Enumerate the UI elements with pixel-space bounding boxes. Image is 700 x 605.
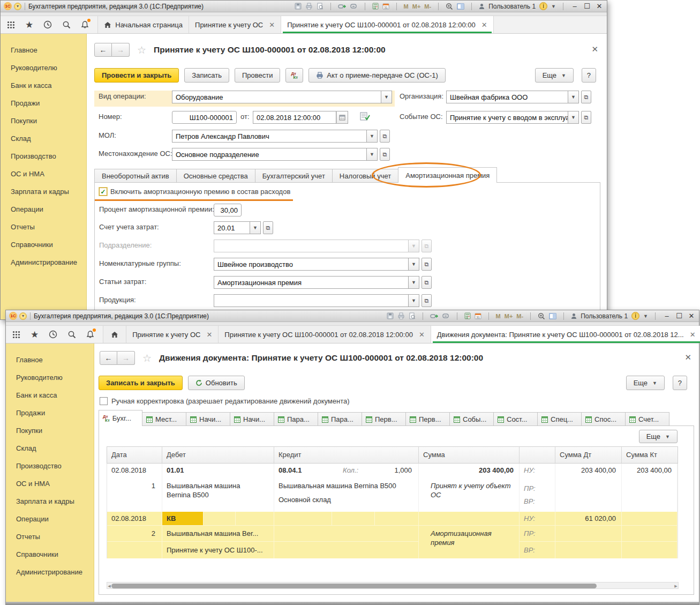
act-os1-button[interactable]: Акт о приеме-передаче ОС (ОС-1) (308, 68, 446, 83)
scroll-left-icon[interactable]: ◀ (107, 582, 111, 589)
split-view-icon[interactable] (457, 2, 464, 11)
number-input[interactable]: Ш100-000001 (172, 111, 237, 124)
operation-type-input[interactable]: Оборудование (172, 91, 381, 103)
back-button[interactable]: ← (94, 43, 112, 57)
save-button[interactable]: Записать (184, 68, 229, 83)
sidebar-item-manager[interactable]: Руководителю (6, 369, 94, 386)
help-button[interactable]: ? (673, 376, 687, 390)
calendar-icon[interactable]: 31 (475, 312, 481, 320)
include-premium-checkbox[interactable]: ✓ (99, 188, 107, 196)
zoom-icon[interactable] (446, 2, 453, 11)
go-link-icon[interactable] (442, 312, 450, 320)
tab-doc-list[interactable]: Принятие к учету ОС✕ (126, 326, 219, 343)
calculator-icon[interactable] (372, 2, 379, 11)
dropdown-icon[interactable]: ▼ (568, 91, 579, 103)
sidebar-item-manager[interactable]: Руководителю (1, 59, 86, 77)
tab-close-icon[interactable]: ✕ (481, 21, 487, 29)
scale-m-plus-icon[interactable]: M+ (505, 312, 513, 320)
os-event-input[interactable]: Принятие к учету с вводом в эксплуатац (446, 111, 568, 124)
save-and-close-button[interactable]: Записать и закрыть (99, 376, 183, 390)
tab-home[interactable] (103, 326, 126, 343)
dropdown-icon[interactable]: ▼ (409, 258, 419, 271)
tab-register-11[interactable]: Спос... (581, 412, 626, 426)
sidebar-item-directories[interactable]: Справочники (6, 546, 94, 563)
post-button[interactable]: Провести (235, 68, 281, 83)
sidebar-item-sales[interactable]: Продажи (6, 404, 94, 422)
sidebar-item-production[interactable]: Производство (6, 457, 94, 475)
get-link-icon[interactable] (338, 2, 346, 11)
sidebar-item-bank[interactable]: Банк и касса (1, 77, 86, 94)
sidebar-item-salary[interactable]: Зарплата и кадры (6, 492, 94, 510)
manual-adjustment-checkbox[interactable] (100, 397, 108, 405)
calendar-icon[interactable]: 31 (382, 2, 389, 11)
cost-items-input[interactable]: Амортизационная премия (214, 276, 409, 289)
tab-register-4[interactable]: Пара... (274, 412, 318, 426)
forward-button[interactable]: → (112, 43, 130, 57)
department-input[interactable] (214, 240, 409, 252)
history-icon[interactable] (43, 20, 52, 29)
post-and-close-button[interactable]: Провести и закрыть (94, 68, 179, 83)
close-window-button[interactable]: ✕ (687, 312, 696, 320)
more-button[interactable]: Еще▼ (626, 376, 665, 390)
refresh-button[interactable]: Обновить (188, 376, 245, 390)
tab-close-icon[interactable]: ✕ (690, 331, 696, 339)
tab-register-accounting[interactable]: ДтКтБухг... (99, 410, 142, 426)
minimize-button[interactable]: – (663, 312, 671, 320)
form-close-icon[interactable]: ✕ (591, 44, 598, 54)
open-link-icon[interactable]: ⧉ (263, 221, 273, 234)
dropdown-icon[interactable]: ▼ (381, 91, 392, 103)
tab-movements-active[interactable]: Движения документа: Принятие к учету ОС … (431, 326, 700, 343)
tab-home[interactable]: Начальная страница (97, 16, 189, 33)
tab-noncurrent-asset[interactable]: Внеоборотный актив (94, 169, 177, 183)
table-row-selected[interactable]: 02.08.2018 2 КВ Вышивальная машина Ber..… (107, 512, 678, 558)
kv-cell[interactable]: КВ (162, 512, 204, 526)
sidebar-item-administration[interactable]: Администрирование (6, 563, 94, 581)
tab-close-icon[interactable]: ✕ (269, 21, 275, 29)
nomenclature-groups-input[interactable]: Швейное производство (214, 258, 409, 271)
open-link-icon[interactable]: ⧉ (421, 276, 432, 289)
sidebar-item-salary[interactable]: Зарплата и кадры (1, 183, 86, 200)
production-input[interactable] (214, 294, 409, 307)
maximize-button[interactable]: ☐ (583, 2, 591, 10)
chevron-down-icon[interactable]: ▼ (643, 312, 648, 320)
premium-percent-input[interactable]: 30,00 (214, 204, 242, 216)
sidebar-item-operations[interactable]: Операции (6, 510, 94, 528)
sidebar-item-operations[interactable]: Операции (1, 200, 86, 218)
dropdown-icon[interactable]: ▼ (409, 294, 419, 307)
tab-register-12[interactable]: Счет... (625, 412, 669, 426)
tab-close-icon[interactable]: ✕ (206, 331, 212, 339)
table-more-button[interactable]: Еще▼ (639, 430, 678, 443)
date-input[interactable]: 02.08.2018 12:00:00 (253, 111, 336, 124)
favorite-star-icon[interactable]: ☆ (142, 352, 152, 364)
sidebar-item-reports[interactable]: Отчеты (1, 218, 86, 236)
print-preview-icon[interactable] (317, 2, 323, 11)
tab-register-1[interactable]: Мест... (142, 412, 186, 426)
dropdown-icon[interactable]: ▼ (568, 111, 579, 124)
dropdown-icon[interactable]: ▼ (409, 276, 419, 289)
forward-button[interactable]: → (117, 351, 135, 365)
tab-register-9[interactable]: Сост... (493, 412, 538, 426)
menu-grid-icon[interactable] (7, 21, 15, 29)
horizontal-scrollbar[interactable]: ◀ ▶ (107, 582, 679, 589)
open-link-icon[interactable]: ⧉ (421, 294, 432, 307)
help-button[interactable]: ? (582, 68, 596, 83)
sidebar-item-directories[interactable]: Справочники (1, 236, 86, 253)
tab-doc[interactable]: Принятие к учету ОС Ш100-000001 от 02.08… (219, 326, 431, 343)
search-icon[interactable] (67, 330, 76, 339)
dropdown-icon[interactable]: ▼ (250, 221, 261, 234)
mol-input[interactable]: Петров Александр Павлович (172, 130, 367, 143)
back-button[interactable]: ← (100, 351, 117, 365)
sidebar-item-administration[interactable]: Администрирование (1, 253, 86, 271)
sidebar-item-reports[interactable]: Отчеты (6, 528, 94, 546)
sidebar-item-os-nma[interactable]: ОС и НМА (1, 165, 86, 183)
more-button[interactable]: Еще▼ (535, 68, 574, 83)
open-link-icon[interactable]: ⧉ (581, 111, 591, 124)
dropdown-icon[interactable]: ▼ (367, 130, 378, 143)
os-location-input[interactable]: Основное подразделение (172, 148, 367, 161)
tab-register-8[interactable]: Собы... (449, 412, 494, 426)
cost-account-input[interactable]: 20.01 (214, 221, 250, 234)
print-preview-icon[interactable] (409, 312, 416, 320)
open-link-icon[interactable]: ⧉ (380, 130, 390, 143)
tab-register-10[interactable]: Спец... (537, 412, 582, 426)
sidebar-item-os-nma[interactable]: ОС и НМА (6, 475, 94, 492)
